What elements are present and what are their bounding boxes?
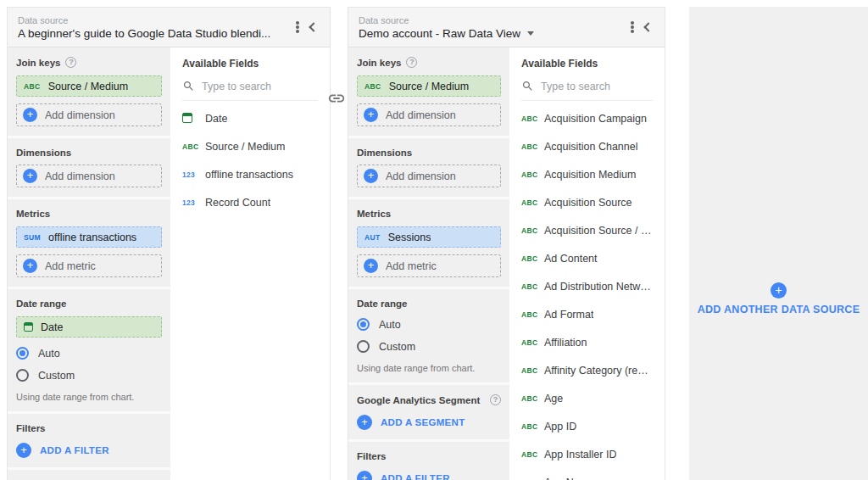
chip-label: Date — [41, 321, 63, 333]
add-filter-button[interactable]: ADD A FILTER — [16, 443, 162, 458]
field-type-badge: ABC — [521, 170, 544, 179]
available-field-item[interactable]: Date — [170, 104, 330, 132]
date-range-custom-radio[interactable]: Custom — [357, 340, 501, 353]
metric-chip[interactable]: AUT Sessions — [357, 226, 501, 248]
panel-header: Data source A beginner's guide to Google… — [8, 8, 330, 47]
join-keys-title: Join keys — [16, 58, 60, 68]
help-icon[interactable] — [65, 57, 76, 68]
add-segment-label: ADD A SEGMENT — [381, 417, 465, 427]
add-button-label: Add dimension — [386, 109, 456, 121]
available-field-item[interactable]: ABC Affiliation — [509, 328, 665, 356]
available-field-item[interactable]: ABC Acquisition Medium — [509, 160, 665, 188]
radio-label: Custom — [38, 370, 75, 382]
available-field-item[interactable]: 123 Record Count — [170, 188, 330, 216]
available-field-item[interactable]: ABC Source / Medium — [170, 132, 330, 160]
available-field-item[interactable]: ABC Acquisition Source — [509, 188, 665, 216]
available-field-item[interactable]: ABC App Name — [509, 468, 665, 480]
join-key-chip[interactable]: ABC Source / Medium — [357, 75, 501, 97]
section-title: Metrics — [357, 209, 501, 219]
add-another-data-source-button[interactable]: ADD ANOTHER DATA SOURCE — [689, 282, 868, 315]
add-metric-button[interactable]: Add metric — [16, 254, 162, 277]
section-title: Join keys — [16, 57, 162, 68]
radio-label: Custom — [379, 341, 415, 353]
available-fields-title: Available Fields — [170, 58, 330, 70]
plus-icon — [23, 169, 37, 183]
radio-selected-icon — [357, 318, 370, 331]
add-button-label: Add metric — [386, 260, 437, 272]
available-fields-panel: Available Fields ABC Acquisition Campaig… — [509, 47, 665, 480]
plus-icon — [23, 259, 37, 273]
field-list: ABC Acquisition Campaign ABC Acquisition… — [509, 101, 665, 480]
field-label: Acquisition Campaign — [544, 113, 647, 125]
blend-config-column: Join keys ABC Source / Medium Add dimens… — [348, 47, 509, 480]
add-metric-button[interactable]: Add metric — [357, 254, 501, 277]
available-field-item[interactable]: ABC Ad Content — [509, 244, 665, 272]
field-label: Source / Medium — [205, 141, 285, 153]
add-another-data-source-label: ADD ANOTHER DATA SOURCE — [698, 304, 860, 315]
section-title: Filters — [16, 423, 162, 433]
help-icon[interactable] — [406, 57, 417, 68]
date-range-section: Date range Auto Custom Using date range … — [348, 289, 509, 382]
field-type-badge: ABC — [521, 450, 544, 459]
field-type-badge: ABC — [521, 226, 544, 235]
field-type-badge: ABC — [182, 142, 205, 151]
date-range-dimension-chip[interactable]: Date — [16, 316, 162, 338]
metric-chip[interactable]: SUM offline transactions — [16, 226, 162, 248]
date-range-auto-radio[interactable]: Auto — [357, 318, 501, 331]
metrics-title: Metrics — [357, 209, 391, 219]
add-segment-button[interactable]: ADD A SEGMENT — [357, 415, 501, 430]
add-filter-button[interactable]: ADD A FILTER — [357, 471, 501, 480]
field-label: Age — [544, 393, 563, 405]
available-field-item[interactable]: ABC Ad Distribution Network — [509, 272, 665, 300]
blend-config-column: Join keys ABC Source / Medium Add dimens… — [8, 47, 170, 480]
filters-title: Filters — [16, 423, 46, 433]
available-field-item[interactable]: ABC Acquisition Channel — [509, 132, 665, 160]
field-type-badge: ABC — [521, 366, 544, 375]
more-options-icon[interactable] — [631, 25, 634, 29]
add-join-key-button[interactable]: Add dimension — [16, 103, 162, 126]
dropdown-caret-icon — [527, 31, 534, 36]
field-type-badge: 123 — [182, 170, 205, 179]
data-source-label: Data source — [359, 15, 624, 25]
date-range-custom-radio[interactable]: Custom — [16, 369, 162, 382]
chip-label: Sessions — [388, 232, 431, 243]
metrics-title: Metrics — [16, 209, 50, 219]
date-range-auto-radio[interactable]: Auto — [16, 347, 162, 360]
filters-title: Filters — [357, 451, 387, 461]
add-dimension-button[interactable]: Add dimension — [16, 165, 162, 187]
collapse-panel-icon[interactable] — [643, 22, 653, 31]
available-field-item[interactable]: ABC Affinity Category (reach) — [509, 356, 665, 384]
available-field-item[interactable]: ABC Ad Format — [509, 300, 665, 328]
field-label: Acquisition Medium — [544, 169, 636, 181]
available-field-item[interactable]: ABC App ID — [509, 412, 665, 440]
available-field-item[interactable]: ABC Acquisition Campaign — [509, 104, 665, 132]
plus-icon — [16, 443, 31, 458]
plus-icon — [364, 108, 378, 122]
join-key-chip[interactable]: ABC Source / Medium — [16, 75, 162, 97]
help-icon[interactable] — [490, 394, 501, 405]
add-dimension-button[interactable]: Add dimension — [357, 165, 501, 187]
field-search-input[interactable] — [541, 81, 653, 92]
dimensions-title: Dimensions — [357, 148, 412, 158]
blend-editor: Data source A beginner's guide to Google… — [0, 0, 868, 480]
available-field-item[interactable]: ABC Age — [509, 384, 665, 412]
data-source-panel-1: Data source A beginner's guide to Google… — [7, 7, 331, 480]
more-options-icon[interactable] — [296, 25, 299, 29]
add-button-label: Add dimension — [45, 109, 115, 121]
available-field-item[interactable]: ABC App Installer ID — [509, 440, 665, 468]
date-range-note: Using date range from chart. — [16, 392, 162, 402]
filters-section: Filters ADD A FILTER — [348, 442, 509, 480]
section-title: Metrics — [16, 209, 162, 219]
add-join-key-button[interactable]: Add dimension — [357, 103, 501, 126]
data-source-selector[interactable]: Demo account - Raw Data View — [359, 27, 624, 40]
field-list: Date ABC Source / Medium 123 offline tra… — [170, 101, 330, 480]
field-search[interactable] — [182, 80, 318, 101]
field-label: Date — [205, 113, 227, 125]
field-type-badge: 123 — [182, 198, 205, 207]
collapse-panel-icon[interactable] — [309, 22, 318, 31]
add-filter-label: ADD A FILTER — [381, 473, 450, 480]
field-search[interactable] — [521, 80, 653, 101]
available-field-item[interactable]: 123 offline transactions — [170, 160, 330, 188]
field-search-input[interactable] — [202, 81, 318, 92]
available-field-item[interactable]: ABC Acquisition Source / M... — [509, 216, 665, 244]
